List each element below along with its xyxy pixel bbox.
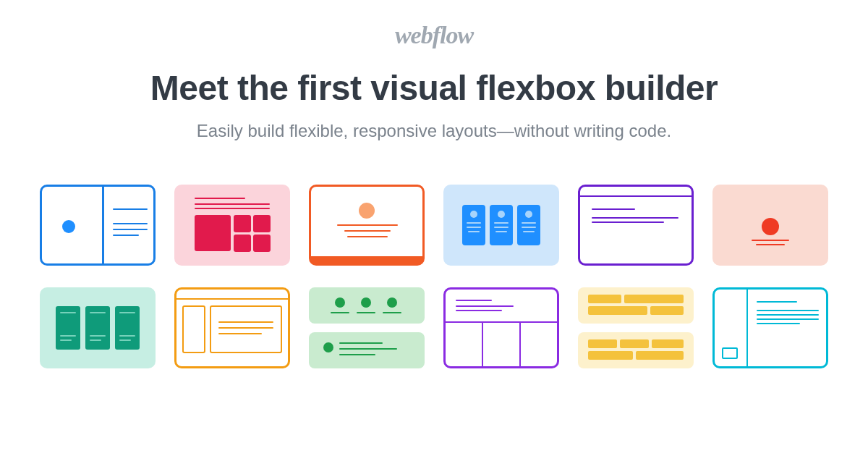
hero-subhead: Easily build flexible, responsive layout… — [197, 121, 671, 141]
brand-logo: webflow — [395, 22, 473, 49]
layout-tile-column-cards — [40, 287, 156, 368]
layout-tile-hero-centered — [309, 185, 425, 266]
layout-tile-feature-list — [309, 287, 425, 368]
layout-tile-card-row — [443, 185, 559, 266]
dot-icon — [62, 220, 75, 233]
layout-tile-browser-page — [578, 185, 694, 266]
layout-tile-masonry-bricks — [578, 287, 694, 368]
layout-gallery — [5, 185, 863, 368]
hero-headline: Meet the first visual flexbox builder — [150, 68, 718, 108]
dot-icon — [359, 203, 375, 219]
landing-hero: webflow Meet the first visual flexbox bu… — [0, 0, 868, 456]
layout-tile-document-reader — [712, 287, 828, 368]
layout-tile-media-grid — [174, 185, 290, 266]
dot-icon — [762, 218, 779, 235]
layout-tile-sidebar-content — [174, 287, 290, 368]
layout-tile-spotlight — [712, 185, 828, 266]
layout-tile-grid-sections — [443, 287, 559, 368]
layout-tile-split-two-column — [40, 185, 156, 266]
